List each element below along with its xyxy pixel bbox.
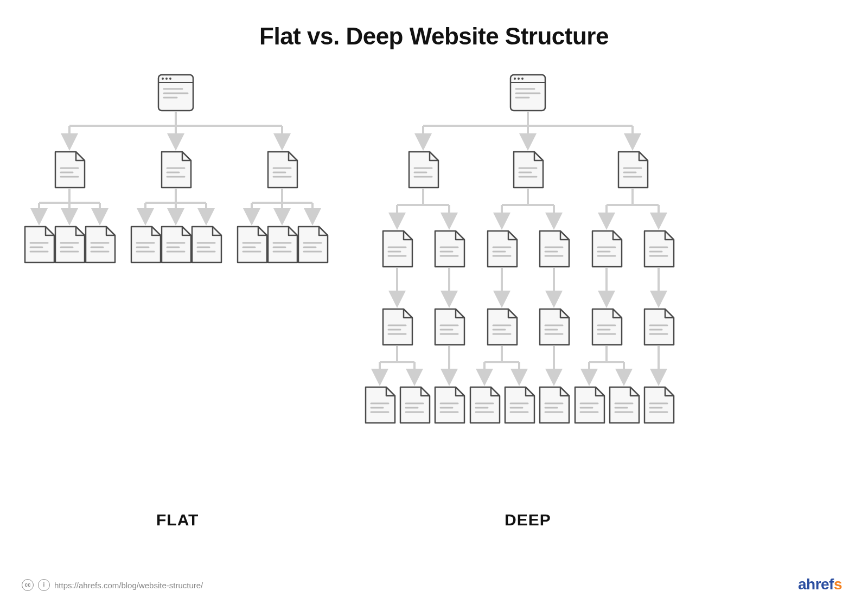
cc-icon: cc [22,579,34,591]
document-page-icon [644,231,674,267]
attribution-footer: cc i https://ahrefs.com/blog/website-str… [22,579,203,591]
by-icon: i [38,579,50,591]
document-page-icon [488,231,517,267]
document-page-icon [366,387,395,423]
document-page-icon [540,231,569,267]
document-page-icon [268,152,297,188]
document-page-icon [592,309,622,345]
document-page-icon [470,387,500,423]
document-page-icon [618,152,648,188]
document-page-icon [383,231,412,267]
document-page-icon [592,231,622,267]
document-page-icon [55,227,85,262]
document-page-icon [409,152,438,188]
document-page-icon [644,309,674,345]
source-url: https://ahrefs.com/blog/website-structur… [54,581,203,590]
document-page-icon [25,227,54,262]
document-page-icon [644,387,674,423]
brand-part2: s [834,576,842,593]
document-page-icon [575,387,604,423]
document-page-icon [435,309,464,345]
document-page-icon [238,227,267,262]
document-page-icon [435,231,464,267]
document-page-icon [435,387,464,423]
document-page-icon [488,309,517,345]
document-page-icon [610,387,639,423]
brand-logo: ahrefs [798,576,842,593]
flat-label: FLAT [156,511,199,529]
diagram-canvas [0,0,868,604]
browser-window-icon [510,75,545,111]
document-page-icon [540,387,569,423]
deep-label: DEEP [505,511,551,529]
document-page-icon [505,387,534,423]
document-page-icon [162,227,191,262]
document-page-icon [192,227,221,262]
browser-window-icon [158,75,193,111]
document-page-icon [383,309,412,345]
document-page-icon [298,227,328,262]
document-page-icon [55,152,85,188]
brand-part1: ahref [798,576,834,593]
document-page-icon [540,309,569,345]
document-page-icon [268,227,297,262]
document-page-icon [162,152,191,188]
deep-tree [366,75,674,423]
document-page-icon [400,387,430,423]
document-page-icon [131,227,161,262]
flat-tree [25,75,328,262]
document-page-icon [514,152,543,188]
document-page-icon [86,227,115,262]
